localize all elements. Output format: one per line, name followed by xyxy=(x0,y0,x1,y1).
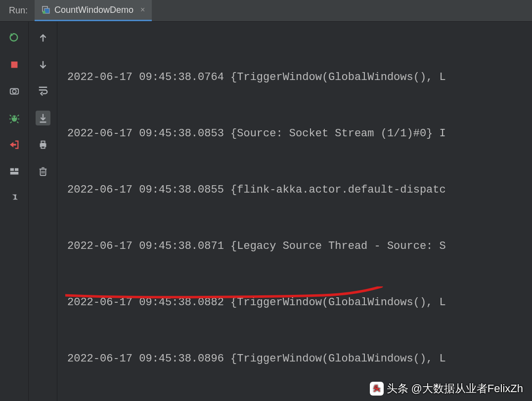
exit-button[interactable] xyxy=(7,137,22,152)
svg-rect-15 xyxy=(40,169,45,175)
console-output[interactable]: 2022-06-17 09:45:38.0764 {TriggerWindow(… xyxy=(57,22,532,401)
pin-button[interactable] xyxy=(7,191,22,205)
svg-point-5 xyxy=(12,89,16,93)
left-toolbar-primary xyxy=(0,22,29,401)
svg-point-8 xyxy=(15,117,16,118)
svg-point-6 xyxy=(11,116,17,122)
dump-threads-button[interactable] xyxy=(7,84,22,99)
svg-rect-3 xyxy=(11,62,17,68)
up-button[interactable] xyxy=(36,31,50,45)
left-toolbar-secondary xyxy=(29,22,57,401)
scroll-to-end-button[interactable] xyxy=(36,111,50,125)
svg-rect-9 xyxy=(10,168,13,171)
soft-wrap-button[interactable] xyxy=(36,84,50,99)
down-button[interactable] xyxy=(36,57,50,72)
close-icon[interactable]: × xyxy=(140,5,145,14)
application-icon xyxy=(42,5,50,14)
debug-button[interactable] xyxy=(7,111,22,125)
run-label: Run: xyxy=(0,5,35,16)
layout-button[interactable] xyxy=(7,164,22,179)
stop-button[interactable] xyxy=(7,57,22,72)
watermark-user: @大数据从业者FelixZh xyxy=(411,381,523,396)
console-line: 2022-06-17 09:45:38.0871 {Legacy Source … xyxy=(67,237,532,256)
console-line: 2022-06-17 09:45:38.0764 {TriggerWindow(… xyxy=(67,68,532,87)
run-toolwindow-header: Run: CountWindowDemo × xyxy=(0,0,532,22)
watermark: 头 头条 @大数据从业者FelixZh xyxy=(370,381,523,396)
watermark-prefix: 头条 xyxy=(387,381,408,396)
clear-button[interactable] xyxy=(36,164,50,179)
tab-title: CountWindowDemo xyxy=(54,5,133,15)
svg-rect-11 xyxy=(10,172,18,175)
console-line: 2022-06-17 09:45:38.0853 {Source: Socket… xyxy=(67,124,532,143)
run-tab[interactable]: CountWindowDemo × xyxy=(35,0,152,21)
run-toolwindow-body: 2022-06-17 09:45:38.0764 {TriggerWindow(… xyxy=(0,22,532,401)
svg-point-2 xyxy=(43,11,45,14)
rerun-button[interactable] xyxy=(7,31,22,45)
svg-rect-14 xyxy=(41,146,44,149)
svg-rect-10 xyxy=(14,168,18,171)
svg-rect-13 xyxy=(41,141,44,144)
console-line: 2022-06-17 09:45:38.0882 {TriggerWindow(… xyxy=(67,293,532,312)
print-button[interactable] xyxy=(36,137,50,152)
console-line: 2022-06-17 09:45:38.0896 {TriggerWindow(… xyxy=(67,350,532,368)
console-line: 2022-06-17 09:45:38.0855 {flink-akka.act… xyxy=(67,181,532,200)
svg-point-7 xyxy=(12,117,13,118)
toutiao-logo-icon: 头 xyxy=(370,382,384,396)
